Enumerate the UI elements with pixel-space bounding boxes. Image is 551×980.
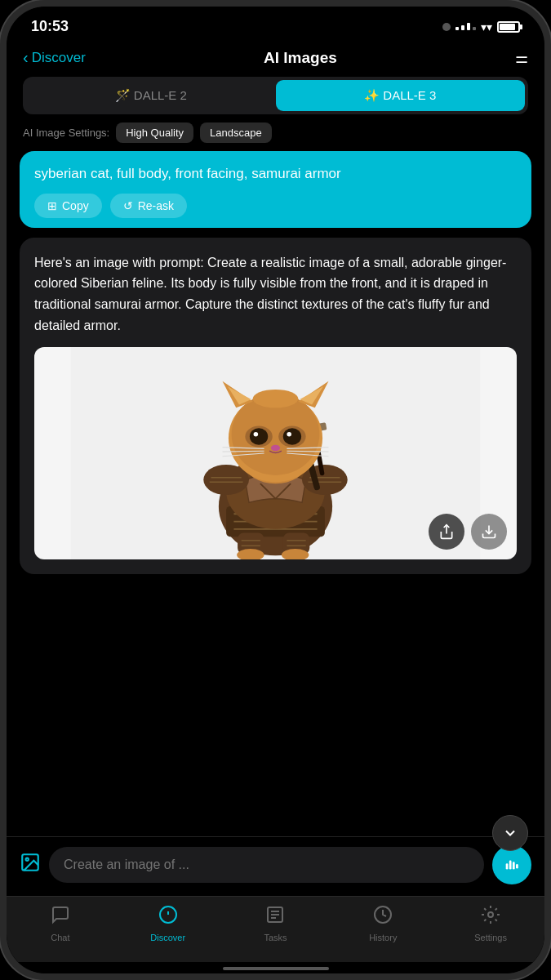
ai-response-bubble: Here's an image with prompt: Create a re… bbox=[20, 238, 531, 574]
svg-point-35 bbox=[287, 432, 291, 437]
reask-icon: ↺ bbox=[123, 199, 133, 212]
svg-rect-55 bbox=[516, 864, 518, 869]
discover-icon bbox=[158, 905, 178, 929]
camera-dot bbox=[442, 23, 451, 31]
settings-row: AI Image Settings: High Quality Landscap… bbox=[7, 122, 544, 151]
back-chevron-icon: ‹ bbox=[23, 48, 29, 67]
svg-point-34 bbox=[254, 432, 259, 437]
phone-inner: 10:53 ▾▾ ‹ Discover AI Ima bbox=[7, 7, 544, 973]
settings-nav-icon bbox=[481, 905, 500, 929]
share-image-button[interactable] bbox=[429, 514, 464, 550]
svg-point-32 bbox=[250, 429, 268, 445]
history-icon bbox=[373, 905, 393, 929]
svg-rect-53 bbox=[509, 861, 512, 870]
home-indicator bbox=[7, 962, 544, 973]
nav-label-history: History bbox=[369, 933, 397, 942]
nav-item-settings[interactable]: Settings bbox=[466, 905, 515, 942]
svg-point-36 bbox=[271, 445, 280, 451]
reask-button[interactable]: ↺ Re-ask bbox=[110, 194, 187, 218]
copy-button[interactable]: ⊞ Copy bbox=[34, 194, 102, 218]
svg-rect-54 bbox=[513, 862, 515, 869]
download-image-button[interactable] bbox=[471, 514, 507, 550]
wifi-icon: ▾▾ bbox=[481, 20, 492, 33]
filter-icon[interactable]: ⚌ bbox=[515, 49, 528, 67]
back-button[interactable]: ‹ Discover bbox=[23, 48, 86, 67]
page-title: AI Images bbox=[264, 49, 337, 67]
voice-button[interactable] bbox=[492, 845, 531, 884]
svg-point-20 bbox=[302, 465, 348, 495]
settings-label: AI Image Settings: bbox=[23, 127, 109, 139]
phone-frame: 10:53 ▾▾ ‹ Discover AI Ima bbox=[0, 0, 551, 980]
orientation-tag[interactable]: Landscape bbox=[200, 122, 272, 143]
image-action-buttons bbox=[429, 514, 507, 550]
dalle2-button[interactable]: 🪄 DALL-E 2 bbox=[26, 80, 276, 111]
svg-point-64 bbox=[488, 912, 493, 917]
nav-item-history[interactable]: History bbox=[358, 905, 407, 942]
svg-point-17 bbox=[203, 465, 249, 495]
chat-icon bbox=[51, 905, 70, 929]
bottom-nav: Chat Discover bbox=[7, 896, 544, 962]
status-time: 10:53 bbox=[31, 18, 69, 35]
chat-area[interactable]: syberian cat, full body, front facing, s… bbox=[7, 151, 544, 836]
input-row bbox=[20, 845, 531, 884]
message-actions: ⊞ Copy ↺ Re-ask bbox=[34, 194, 517, 218]
status-bar: 10:53 ▾▾ bbox=[7, 7, 544, 42]
scroll-down-button[interactable] bbox=[492, 815, 528, 851]
nav-item-discover[interactable]: Discover bbox=[144, 905, 193, 942]
nav-header: ‹ Discover AI Images ⚌ bbox=[7, 42, 544, 77]
nav-label-discover: Discover bbox=[150, 933, 185, 942]
nav-label-tasks: Tasks bbox=[264, 933, 287, 942]
status-icons: ▾▾ bbox=[442, 20, 520, 33]
nav-item-tasks[interactable]: Tasks bbox=[251, 905, 300, 942]
nav-item-chat[interactable]: Chat bbox=[36, 905, 85, 942]
ai-response-text: Here's an image with prompt: Create a re… bbox=[34, 252, 517, 336]
image-prompt-icon bbox=[20, 852, 41, 878]
svg-point-33 bbox=[283, 429, 301, 445]
svg-point-51 bbox=[26, 858, 29, 861]
signal-icon bbox=[455, 23, 476, 30]
tasks-icon bbox=[265, 905, 285, 929]
nav-label-settings: Settings bbox=[474, 933, 507, 942]
dalle3-button[interactable]: ✨ DALL-E 3 bbox=[276, 80, 526, 111]
svg-point-47 bbox=[253, 390, 299, 408]
model-selector: 🪄 DALL-E 2 ✨ DALL-E 3 bbox=[23, 77, 528, 114]
home-bar bbox=[223, 967, 329, 970]
user-message-bubble: syberian cat, full body, front facing, s… bbox=[20, 151, 531, 228]
copy-icon: ⊞ bbox=[47, 199, 57, 212]
user-message-text: syberian cat, full body, front facing, s… bbox=[34, 164, 517, 184]
input-area bbox=[7, 836, 544, 896]
message-input[interactable] bbox=[49, 847, 484, 883]
generated-image bbox=[34, 347, 517, 559]
nav-label-chat: Chat bbox=[51, 933, 69, 942]
quality-tag[interactable]: High Quality bbox=[116, 122, 193, 143]
battery-icon bbox=[497, 21, 520, 33]
svg-rect-52 bbox=[506, 863, 509, 869]
back-label: Discover bbox=[32, 50, 86, 66]
